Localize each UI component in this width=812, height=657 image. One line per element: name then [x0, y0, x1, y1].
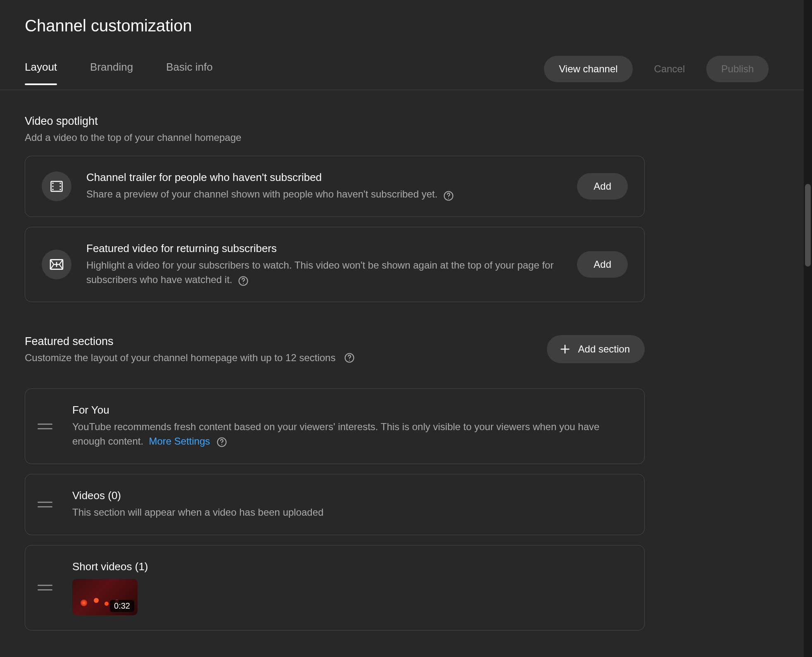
svg-rect-3 — [52, 189, 54, 190]
add-trailer-button[interactable]: Add — [577, 173, 628, 200]
help-icon[interactable] — [216, 436, 228, 448]
svg-point-11 — [243, 283, 244, 284]
scrollbar-track[interactable] — [804, 0, 812, 657]
help-icon[interactable] — [443, 190, 454, 202]
svg-rect-5 — [60, 186, 61, 187]
featured-sections-subtitle: Customize the layout of your channel hom… — [25, 352, 355, 364]
video-spotlight-subtitle: Add a video to the top of your channel h… — [25, 132, 645, 143]
section-short-videos: Short videos (1) 0:32 — [25, 545, 645, 631]
tab-branding[interactable]: Branding — [90, 61, 133, 85]
scrollbar-thumb[interactable] — [805, 184, 811, 267]
videos-title: Videos (0) — [72, 489, 628, 502]
channel-trailer-desc: Share a preview of your channel shown wi… — [86, 188, 437, 200]
svg-rect-2 — [52, 186, 54, 187]
channel-trailer-title: Channel trailer for people who haven't s… — [86, 171, 562, 184]
drag-handle-icon[interactable] — [38, 502, 52, 507]
cancel-button[interactable]: Cancel — [639, 56, 700, 82]
videos-desc: This section will appear when a video ha… — [72, 505, 628, 520]
video-spotlight-title: Video spotlight — [25, 115, 645, 128]
tabs: Layout Branding Basic info — [25, 61, 213, 85]
header-actions: View channel Cancel Publish — [544, 56, 793, 90]
section-videos: Videos (0) This section will appear when… — [25, 474, 645, 535]
help-icon[interactable] — [344, 352, 355, 364]
featured-video-desc: Highlight a video for your subscribers t… — [86, 259, 553, 285]
video-spotlight-section: Video spotlight Add a video to the top o… — [25, 115, 645, 302]
more-settings-link[interactable]: More Settings — [149, 436, 210, 447]
help-icon[interactable] — [237, 275, 249, 287]
section-for-you: For You YouTube recommends fresh content… — [25, 388, 645, 464]
view-channel-button[interactable]: View channel — [544, 56, 632, 82]
tab-layout[interactable]: Layout — [25, 61, 57, 85]
short-video-thumbnail[interactable]: 0:32 — [72, 579, 138, 615]
tab-basic-info[interactable]: Basic info — [166, 61, 213, 85]
featured-video-title: Featured video for returning subscribers — [86, 242, 562, 255]
featured-video-card: Featured video for returning subscribers… — [25, 227, 645, 302]
thumbnail-duration: 0:32 — [110, 600, 134, 612]
publish-button[interactable]: Publish — [706, 56, 769, 82]
featured-sections-subtitle-text: Customize the layout of your channel hom… — [25, 352, 335, 364]
svg-rect-6 — [60, 189, 61, 190]
add-section-label: Add section — [578, 343, 630, 355]
add-featured-video-button[interactable]: Add — [577, 251, 628, 278]
channel-trailer-card: Channel trailer for people who haven't s… — [25, 156, 645, 217]
svg-point-15 — [221, 444, 222, 445]
svg-rect-1 — [52, 183, 54, 184]
filmstrip-icon — [42, 171, 71, 201]
drag-handle-icon[interactable] — [38, 585, 52, 590]
short-videos-title: Short videos (1) — [72, 560, 628, 573]
featured-video-icon — [42, 250, 71, 279]
page-title: Channel customization — [25, 17, 793, 35]
svg-point-13 — [349, 360, 350, 361]
plus-icon — [558, 343, 572, 356]
add-section-button[interactable]: Add section — [547, 335, 645, 363]
featured-sections-title: Featured sections — [25, 335, 355, 348]
for-you-title: For You — [72, 404, 628, 417]
svg-point-8 — [448, 198, 449, 199]
featured-sections-header: Featured sections Customize the layout o… — [25, 335, 645, 376]
svg-rect-4 — [60, 183, 61, 184]
drag-handle-icon[interactable] — [38, 424, 52, 429]
